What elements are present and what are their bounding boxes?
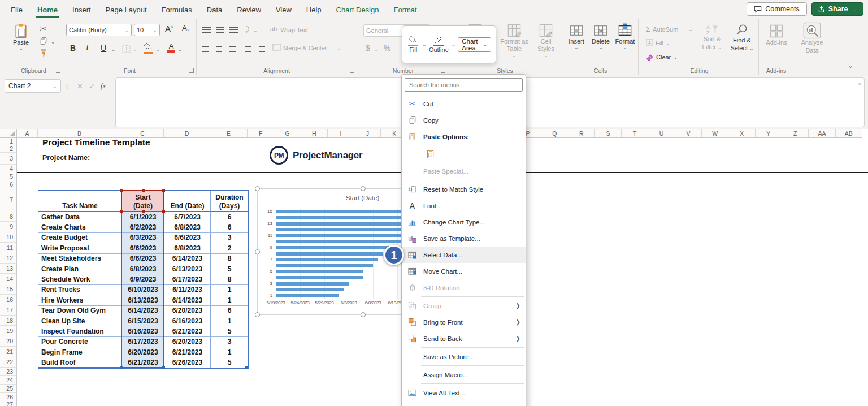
chart-element-select[interactable]: Chart Area ⌄ <box>458 37 491 52</box>
orientation-icon[interactable]: ⤸ <box>245 25 249 33</box>
clear-button[interactable]: Clear⌄ <box>646 53 678 61</box>
copy-icon[interactable] <box>40 37 47 47</box>
task-start-cell[interactable]: 6/1/2023 <box>122 212 164 222</box>
tab-chart-design[interactable]: Chart Design <box>329 1 387 18</box>
chart-resize-handle-s[interactable] <box>361 312 366 317</box>
task-duration-cell[interactable]: 1 <box>211 347 248 357</box>
task-name-cell[interactable]: Create Budget <box>38 233 122 243</box>
row-header-24[interactable]: 24 <box>0 376 17 385</box>
task-start-cell[interactable]: 6/14/2023 <box>122 306 164 316</box>
task-start-cell[interactable]: 6/10/2023 <box>122 285 164 295</box>
name-box[interactable]: Chart 2⌄ <box>5 79 61 93</box>
menu-item-paste-options[interactable]: Paste Options: <box>402 128 526 145</box>
task-end-cell[interactable]: 6/11/2023 <box>164 285 211 295</box>
paste-dropdown-chevron[interactable]: ⌄ <box>19 46 23 51</box>
menu-item-save-as-template[interactable]: Save as Template... <box>402 230 526 247</box>
align-right-icon[interactable] <box>229 46 236 52</box>
column-header-Z[interactable]: Z <box>782 129 809 138</box>
task-name-cell[interactable]: Write Proposal <box>38 243 122 253</box>
task-name-cell[interactable]: Inspect Foundation <box>38 326 122 336</box>
submenu-chevron-icon[interactable]: ❯ <box>516 303 520 309</box>
paste-button[interactable]: Paste ⌄ <box>9 23 33 51</box>
tab-help[interactable]: Help <box>299 1 329 18</box>
task-end-cell[interactable]: 6/8/2023 <box>164 243 211 253</box>
menu-item-move-chart[interactable]: Move Chart... <box>402 263 526 279</box>
column-header-F[interactable]: F <box>248 129 274 138</box>
tab-file[interactable]: File <box>3 1 30 18</box>
font-dialog-launcher[interactable] <box>189 68 194 73</box>
tab-view[interactable]: View <box>268 1 299 18</box>
column-header-R[interactable]: R <box>568 129 595 138</box>
row-header-10[interactable]: 10 <box>0 232 17 243</box>
tab-data[interactable]: Data <box>199 1 229 18</box>
task-end-cell[interactable]: 6/8/2023 <box>164 222 211 232</box>
column-header-U[interactable]: U <box>648 129 675 138</box>
task-duration-cell[interactable]: 8 <box>211 274 248 284</box>
row-header-7[interactable]: 7 <box>0 188 17 211</box>
share-button[interactable]: Share ⌄ <box>811 2 863 16</box>
table-header-0[interactable]: Task Name <box>38 191 122 212</box>
row-header-9[interactable]: 9 <box>0 222 17 232</box>
table-header-2[interactable]: End (Date) <box>164 191 211 212</box>
menu-item-paste-special[interactable]: Paste Special... <box>402 163 526 179</box>
task-duration-cell[interactable]: 3 <box>211 233 248 243</box>
task-start-cell[interactable]: 6/6/2023 <box>122 254 164 264</box>
column-header-V[interactable]: V <box>675 129 702 138</box>
menu-item-cut[interactable]: ✂ Cut <box>402 96 526 112</box>
row-header-5[interactable]: 5 <box>0 172 17 180</box>
task-end-cell[interactable]: 6/16/2023 <box>164 316 211 326</box>
row-header-20[interactable]: 20 <box>0 336 17 347</box>
paste-option-button[interactable] <box>423 147 437 161</box>
select-all-corner[interactable] <box>0 129 17 138</box>
task-end-cell[interactable]: 6/20/2023 <box>164 306 211 316</box>
align-top-icon[interactable] <box>202 27 211 33</box>
column-header-X[interactable]: X <box>728 129 755 138</box>
task-start-cell[interactable]: 6/13/2023 <box>122 295 164 305</box>
column-header-G[interactable]: G <box>274 129 301 138</box>
menu-item-reset-to-match-style[interactable]: ↻ Reset to Match Style <box>402 181 526 197</box>
column-header-AB[interactable]: AB <box>836 129 862 138</box>
task-duration-cell[interactable]: 3 <box>211 337 248 347</box>
task-start-cell[interactable]: 6/6/2023 <box>122 243 164 253</box>
row-header-21[interactable]: 21 <box>0 347 17 357</box>
tab-formulas[interactable]: Formulas <box>154 1 199 18</box>
row-header-23[interactable]: 23 <box>0 368 17 376</box>
task-end-cell[interactable]: 6/13/2023 <box>164 264 211 274</box>
underline-button[interactable]: U <box>101 44 106 53</box>
task-duration-cell[interactable]: 2 <box>211 243 248 253</box>
orientation-dropdown-chevron[interactable]: ⌄ <box>253 28 258 33</box>
task-name-cell[interactable]: Build Roof <box>38 357 122 368</box>
row-header-6[interactable]: 6 <box>0 180 17 188</box>
row-header-16[interactable]: 16 <box>0 295 17 305</box>
row-header-2[interactable]: 2 <box>0 145 17 153</box>
tab-insert[interactable]: Insert <box>65 1 98 18</box>
borders-icon[interactable] <box>122 45 131 55</box>
row-header-27[interactable]: 27 <box>0 401 17 406</box>
task-name-cell[interactable]: Hire Workers <box>38 295 122 305</box>
menu-search-input[interactable] <box>405 78 523 92</box>
task-name-cell[interactable]: Clean Up Site <box>38 316 122 326</box>
task-end-cell[interactable]: 6/14/2023 <box>164 254 211 264</box>
column-header-AA[interactable]: AA <box>809 129 835 138</box>
task-end-cell[interactable]: 6/20/2023 <box>164 337 211 347</box>
task-start-cell[interactable]: 6/9/2023 <box>122 274 164 284</box>
wrap-text-label[interactable]: Wrap Text <box>280 27 308 33</box>
cut-icon[interactable]: ✂ <box>40 24 47 33</box>
name-box-chevron[interactable]: ⌄ <box>53 83 57 89</box>
clipboard-dialog-launcher[interactable] <box>56 68 60 73</box>
chart-resize-handle-nw[interactable] <box>255 186 260 191</box>
task-start-cell[interactable]: 6/8/2023 <box>122 264 164 274</box>
table-header-1[interactable]: Start (Date) <box>122 191 164 212</box>
row-header-8[interactable]: 8 <box>0 211 17 222</box>
share-dropdown-chevron[interactable]: ⌄ <box>853 6 857 12</box>
row-header-17[interactable]: 17 <box>0 305 17 316</box>
task-duration-cell[interactable]: 6 <box>211 306 248 316</box>
outline-mini-chevron[interactable]: ⌄ <box>452 42 456 47</box>
borders-dropdown-chevron[interactable]: ⌄ <box>133 47 137 53</box>
row-header-12[interactable]: 12 <box>0 253 17 264</box>
column-header-I[interactable]: I <box>328 129 354 138</box>
task-name-cell[interactable]: Rent Trucks <box>38 285 122 295</box>
row-header-11[interactable]: 11 <box>0 243 17 253</box>
collapse-formula-bar-chevron[interactable]: ⌃ <box>857 82 862 89</box>
task-end-cell[interactable]: 6/21/2023 <box>164 326 211 336</box>
